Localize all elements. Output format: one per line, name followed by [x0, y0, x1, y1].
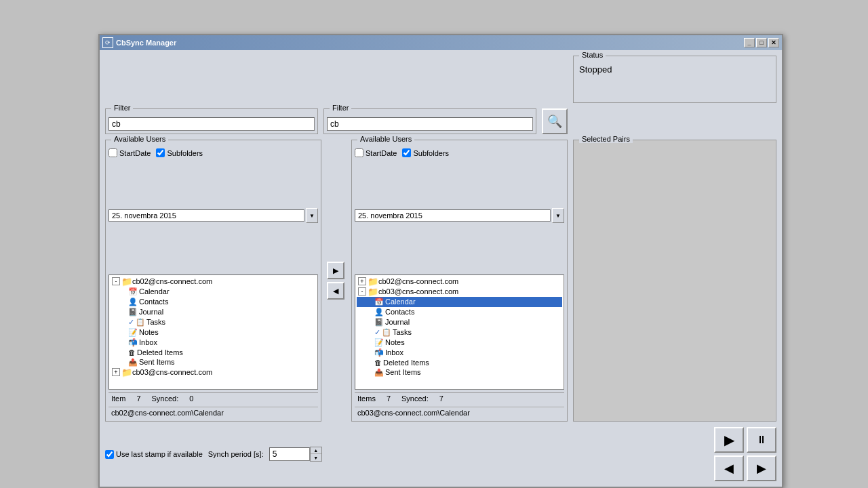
use-last-stamp-text: Use last stamp if available — [116, 450, 203, 458]
status-legend: Status — [579, 51, 606, 59]
left-date-input[interactable] — [108, 209, 304, 222]
right-startdate-checkbox-label[interactable]: StartDate — [355, 148, 397, 157]
right-startdate-checkbox[interactable] — [355, 148, 363, 157]
right-status-bar: Items 7 Synced: 7 — [355, 392, 564, 404]
right-label-notes: Notes — [385, 338, 405, 346]
left-label-contacts: Contacts — [139, 298, 168, 306]
left-label-cb03: cb03@cns-connect.com — [132, 368, 212, 376]
right-toggle-cb02[interactable]: + — [358, 277, 366, 285]
journal-icon-left: 📓 — [128, 308, 138, 317]
right-tree-tasks[interactable]: ✓ 📋 Tasks — [357, 327, 562, 338]
left-startdate-checkbox[interactable] — [108, 148, 117, 157]
right-synced-count: 7 — [439, 394, 443, 403]
right-date-input[interactable] — [355, 209, 551, 222]
right-tree-sent[interactable]: 📤 Sent Items — [357, 367, 562, 378]
maximize-button[interactable]: □ — [756, 38, 767, 47]
arrow-right-button[interactable]: ▶ — [327, 262, 344, 279]
left-toggle-cb02[interactable]: - — [112, 277, 120, 285]
pairs-content — [576, 148, 773, 418]
main-window: ⟳ CbSync Manager _ □ ✕ Status Stopped Fi… — [98, 34, 783, 488]
left-tree-calendar[interactable]: 📅 Calendar — [111, 287, 316, 297]
right-tree-item-cb03[interactable]: - 📁 cb03@cns-connect.com — [357, 287, 562, 297]
right-users-panel: Available Users StartDate Subfolders — [351, 140, 568, 422]
right-tree-journal[interactable]: 📓 Journal — [357, 317, 562, 327]
selected-pairs-panel: Selected Pairs — [573, 140, 776, 422]
right-label-cb03: cb03@cns-connect.com — [378, 287, 458, 296]
calendar-icon-left: 📅 — [128, 287, 138, 296]
minimize-button[interactable]: _ — [744, 38, 755, 47]
filter-left: Filter — [105, 108, 318, 134]
left-tree-sent[interactable]: 📤 Sent Items — [111, 357, 316, 367]
left-tree-item-cb02[interactable]: - 📁 cb02@cns-connect.com — [111, 277, 316, 287]
right-items-count: 7 — [387, 394, 391, 403]
right-items-label: Items — [357, 394, 376, 403]
filter-right-legend: Filter — [330, 104, 351, 112]
spin-up[interactable]: ▲ — [311, 447, 321, 454]
right-tree-view[interactable]: + 📁 cb02@cns-connect.com - 📁 cb03@cns-co… — [355, 274, 564, 390]
right-date-dropdown: ▼ — [355, 160, 564, 272]
left-tree-item-cb03[interactable]: + 📁 cb03@cns-connect.com — [111, 367, 316, 378]
right-folder-icon-cb03: 📁 — [368, 287, 378, 296]
right-subfolders-checkbox[interactable] — [402, 148, 411, 157]
left-startdate-checkbox-label[interactable]: StartDate — [108, 148, 151, 157]
left-label-inbox: Inbox — [139, 338, 157, 346]
left-toggle-cb03[interactable]: + — [112, 368, 120, 376]
left-label-deleted: Deleted Items — [137, 348, 183, 357]
window-controls: _ □ ✕ — [744, 38, 779, 47]
filter-left-input[interactable] — [108, 117, 315, 131]
pause-button[interactable]: ⏸ — [747, 427, 776, 453]
left-label-cb02: cb02@cns-connect.com — [132, 277, 212, 285]
filter-right: Filter — [323, 108, 536, 134]
spin-down[interactable]: ▼ — [311, 454, 321, 461]
notes-icon-left: 📝 — [128, 328, 138, 337]
inbox-icon-left: 📬 — [128, 338, 138, 347]
right-tree-notes[interactable]: 📝 Notes — [357, 338, 562, 348]
left-tree-inbox[interactable]: 📬 Inbox — [111, 338, 316, 348]
close-button[interactable]: ✕ — [768, 38, 779, 47]
window-title: CbSync Manager — [116, 39, 744, 47]
left-tree-contacts[interactable]: 👤 Contacts — [111, 297, 316, 307]
right-tree-deleted[interactable]: 🗑 Deleted Items — [357, 358, 562, 367]
arrow-left-button[interactable]: ◀ — [327, 282, 344, 300]
inbox-icon-right: 📬 — [374, 348, 384, 357]
right-tree-inbox[interactable]: 📬 Inbox — [357, 348, 562, 358]
contacts-icon-right: 👤 — [374, 308, 384, 317]
right-label-tasks: Tasks — [393, 328, 412, 336]
left-synced-label: Synced: — [152, 394, 179, 403]
deleted-icon-right: 🗑 — [374, 359, 382, 367]
right-toggle-cb03[interactable]: - — [358, 287, 366, 296]
right-label-sent: Sent Items — [385, 368, 421, 376]
left-item-label: Item — [111, 394, 125, 403]
right-subfolders-label: Subfolders — [413, 149, 449, 157]
left-subfolders-checkbox[interactable] — [156, 148, 165, 157]
left-tree-view[interactable]: - 📁 cb02@cns-connect.com 📅 Calendar 👤 — [108, 274, 318, 390]
right-tree-item-cb02[interactable]: + 📁 cb02@cns-connect.com — [357, 277, 562, 287]
left-subfolders-checkbox-label[interactable]: Subfolders — [156, 148, 203, 157]
right-label-inbox: Inbox — [385, 348, 403, 357]
left-date-dropdown-btn[interactable]: ▼ — [306, 208, 318, 223]
right-startdate-label: StartDate — [366, 149, 397, 157]
notes-icon-right: 📝 — [374, 338, 384, 347]
left-tree-notes[interactable]: 📝 Notes — [111, 327, 316, 338]
prev-button[interactable]: ◀ — [714, 455, 744, 481]
right-tree-calendar[interactable]: 📅 Calendar — [357, 297, 562, 307]
left-tree-deleted[interactable]: 🗑 Deleted Items — [111, 348, 316, 357]
next-button[interactable]: ▶ — [747, 455, 776, 481]
right-tree-contacts[interactable]: 👤 Contacts — [357, 307, 562, 317]
right-folder-icon-cb02: 📁 — [368, 277, 378, 286]
use-last-stamp-label[interactable]: Use last stamp if available — [105, 450, 203, 459]
left-date-dropdown: ▼ — [108, 160, 318, 272]
left-tree-tasks[interactable]: ✓ 📋 Tasks — [111, 317, 316, 327]
synch-period-input[interactable] — [269, 447, 310, 461]
use-last-stamp-checkbox[interactable] — [105, 450, 114, 459]
right-subfolders-checkbox-label[interactable]: Subfolders — [402, 148, 449, 157]
search-button[interactable]: 🔍 — [542, 108, 568, 134]
left-tree-journal[interactable]: 📓 Journal — [111, 307, 316, 317]
right-date-dropdown-btn[interactable]: ▼ — [552, 208, 564, 223]
left-synced-count: 0 — [189, 394, 193, 403]
sent-icon-left: 📤 — [128, 358, 138, 367]
filter-right-input[interactable] — [327, 117, 533, 131]
left-label-tasks: Tasks — [146, 318, 165, 326]
play-button[interactable]: ▶ — [714, 427, 744, 453]
title-bar: ⟳ CbSync Manager _ □ ✕ — [100, 35, 782, 50]
